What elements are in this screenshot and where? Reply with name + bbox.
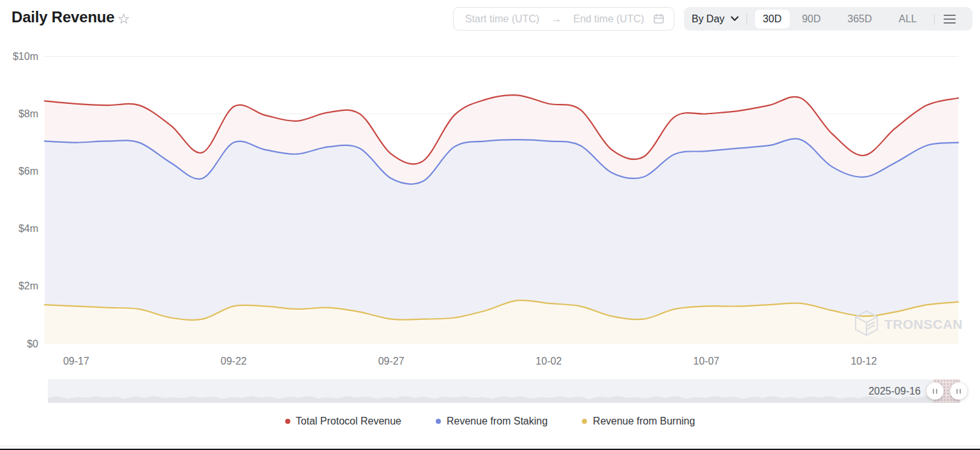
daily-revenue-page: Daily Revenue ☆ Start time (UTC) → End t… <box>0 0 980 450</box>
minimap-silhouette <box>48 396 960 403</box>
divider <box>934 14 935 24</box>
legend-item-revenue-from-burning[interactable]: Revenue from Burning <box>582 416 695 427</box>
range-button-90d[interactable]: 90D <box>794 10 829 29</box>
x-axis-label: 10-12 <box>850 356 877 367</box>
x-axis-label: 10-07 <box>694 356 720 367</box>
y-axis-label: $2m <box>19 280 38 291</box>
datazoom-date-label: 2025-09-16 <box>868 379 921 403</box>
datazoom-handle-right[interactable] <box>950 382 967 400</box>
arrow-right-icon: → <box>551 13 561 25</box>
datazoom-minimap <box>48 379 960 403</box>
range-button-365d[interactable]: 365D <box>839 10 880 29</box>
x-axis: 09-1709-2209-2710-0210-0710-12 <box>63 356 877 367</box>
legend-dot-icon <box>285 419 290 424</box>
y-axis-label: $4m <box>19 223 38 234</box>
x-axis-label: 10-02 <box>536 356 562 367</box>
legend-dot-icon <box>582 419 587 424</box>
y-axis-label: $10m <box>13 51 38 62</box>
divider <box>746 14 747 24</box>
y-axis-label: $0 <box>27 338 38 349</box>
start-time-input[interactable]: Start time (UTC) <box>465 13 539 25</box>
calendar-icon[interactable] <box>653 13 665 25</box>
range-button-30d[interactable]: 30D <box>755 10 790 29</box>
chart-controls: By Day 30D 90D 365D ALL <box>684 7 972 31</box>
legend-item-revenue-from-staking[interactable]: Revenue from Staking <box>436 416 547 427</box>
date-range-picker[interactable]: Start time (UTC) → End time (UTC) <box>453 7 674 31</box>
granularity-dropdown[interactable]: By Day <box>692 13 739 25</box>
legend-item-total-protocol-revenue[interactable]: Total Protocol Revenue <box>285 416 401 427</box>
y-axis-label: $8m <box>19 108 38 119</box>
revenue-area-chart[interactable]: $0$2m$4m$6m$8m$10m09-1709-2209-2710-0210… <box>0 31 980 378</box>
chart-legend: Total Protocol Revenue Revenue from Stak… <box>0 416 980 427</box>
page-title: Daily Revenue <box>11 8 114 26</box>
x-axis-label: 09-17 <box>63 356 89 367</box>
range-button-all[interactable]: ALL <box>891 10 925 29</box>
toolbox-menu-icon[interactable] <box>942 12 957 26</box>
datazoom-track[interactable]: 2025-09-16 <box>48 379 960 403</box>
chevron-down-icon <box>731 16 739 22</box>
end-time-input[interactable]: End time (UTC) <box>573 13 644 25</box>
legend-dot-icon <box>436 419 441 424</box>
x-axis-label: 09-27 <box>378 356 405 367</box>
favorite-star-icon[interactable]: ☆ <box>117 11 130 27</box>
datazoom-handle-left[interactable] <box>926 382 944 400</box>
y-axis-label: $6m <box>19 166 38 177</box>
x-axis-label: 09-22 <box>221 356 247 367</box>
granularity-label: By Day <box>692 13 725 25</box>
